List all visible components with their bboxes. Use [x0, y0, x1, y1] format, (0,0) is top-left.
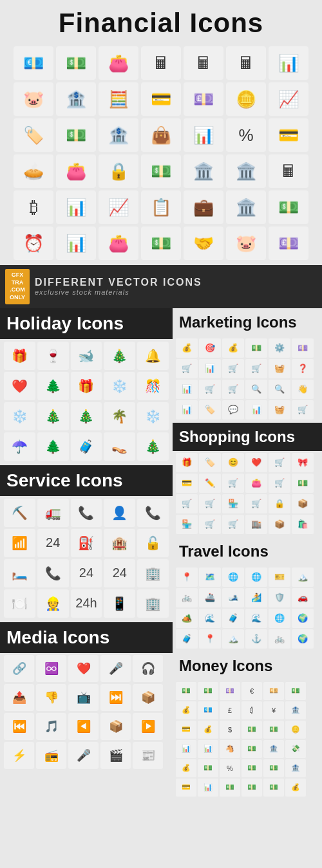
watermark-main-text: DIFFERENT VECTOR ICONS: [35, 277, 202, 288]
money-icon: %: [220, 759, 240, 777]
holiday-icon: 🎊: [137, 372, 169, 400]
marketing-icon: 📊: [245, 400, 267, 420]
holiday-icon: ❄️: [104, 372, 135, 400]
shopping-header: Shopping Icons: [173, 423, 322, 451]
financial-row-6: ⏰ 📊 👛 💵 🤝 🐷 💷: [4, 226, 318, 260]
media-header: Media Icons: [0, 622, 173, 653]
marketing-icon: 🛒: [292, 400, 314, 420]
marketing-icon: 💵: [245, 338, 267, 358]
shopping-icon: 🛒: [199, 515, 221, 534]
fin-icon: 🐷: [226, 226, 266, 260]
fin-icon: 💶: [14, 46, 53, 80]
marketing-icon: 🛒: [222, 359, 244, 378]
fin-icon: 📊: [184, 118, 223, 152]
financial-title: Financial Icons: [5, 8, 317, 39]
holiday-icon: 👡: [104, 432, 135, 461]
travel-icon: 🌐: [245, 568, 267, 587]
marketing-icon: 🛒: [222, 380, 244, 399]
shopping-icon: 🏬: [245, 515, 267, 534]
financial-row-5: ₿ 📊 📈 📋 💼 🏛️ 💵: [4, 190, 318, 224]
holiday-row: ❤️ 🌲 🎁 ❄️ 🎊: [4, 372, 169, 400]
travel-icon: 🌐: [222, 568, 244, 587]
travel-icon: 🏕️: [176, 609, 198, 628]
money-icon: 💰: [176, 759, 196, 777]
financial-row-1: 💶 💵 👛 🖩 🖩 🖩 📊: [4, 46, 318, 80]
fin-icon: 🐷: [14, 82, 53, 116]
media-icon: 👎: [36, 684, 66, 711]
service-icon: 👷: [37, 589, 69, 618]
service-row: ⛏️ 🚛 📞 👤 📞: [4, 499, 169, 527]
marketing-icon: 📊: [199, 359, 221, 378]
money-icon-grid: 💵 💵 💷 € 💴 💵 💰 💶 £ ₿ ¥ 🏦 💳 💰 $ 💵 �: [173, 680, 322, 800]
fin-icon: 🏛️: [226, 154, 266, 188]
shopping-icon: 🛒: [269, 453, 290, 472]
travel-row: 🚲 🚢 🎿 🏄 🛡️ 🚗: [176, 588, 319, 607]
travel-icon: 🎫: [269, 568, 290, 587]
fin-icon: 🖩: [226, 46, 266, 80]
fin-icon: 👛: [99, 46, 138, 80]
money-icon: ₿: [242, 701, 262, 719]
fin-icon: 📈: [99, 190, 138, 224]
holiday-icon: 🌲: [37, 432, 69, 461]
money-icon: 💵: [198, 759, 218, 777]
travel-icon: 🛡️: [269, 588, 290, 607]
fin-icon: 🏷️: [14, 118, 53, 152]
shopping-icon: 💵: [292, 474, 314, 493]
marketing-icon: 🛒: [245, 359, 267, 378]
media-icon: 📦: [100, 713, 131, 740]
service-icon: 24: [37, 529, 69, 557]
money-icon: 💳: [176, 779, 196, 797]
fin-icon: 📋: [141, 190, 181, 224]
fin-icon: 🖩: [141, 46, 181, 80]
service-icon: ⛽: [71, 529, 102, 557]
money-icon: 💵: [263, 779, 284, 797]
shopping-icon: 😊: [222, 453, 244, 472]
fin-icon: 📊: [269, 46, 308, 80]
media-icon: 📻: [36, 742, 66, 769]
marketing-icon: 🏷️: [199, 400, 221, 420]
money-icon: 💵: [285, 682, 306, 700]
fin-icon: 🏦: [99, 118, 138, 152]
shopping-icon: 🏪: [176, 515, 198, 534]
holiday-icon: 🧳: [71, 432, 102, 461]
fin-icon: 👛: [99, 226, 138, 260]
fin-icon: 🏛️: [184, 154, 223, 188]
holiday-icon: 🌲: [37, 372, 69, 400]
media-row: ⚡ 📻 🎤 🎬 📰: [4, 742, 169, 769]
media-icon: ⏭️: [100, 684, 131, 711]
money-icon: 💶: [198, 701, 218, 719]
money-icon: 💵: [242, 759, 262, 777]
shopping-icon-grid: 🎁 🏷️ 😊 ❤️ 🛒 🎀 💳 ✏️ 🛒 👛 🛒 💵 🛒 🛒 🏪 🛒: [173, 451, 322, 537]
holiday-icon: 🎄: [104, 342, 135, 370]
holiday-icon: ❄️: [4, 402, 35, 430]
marketing-row: 🛒 📊 🛒 🛒 🧺 ❓: [176, 359, 319, 378]
bottom-sections: Holiday Icons 🎁 🍷 🐋 🎄 🔔 ❤️ 🌲 🎁 ❄️ 🎊 ❄️ 🎄…: [0, 308, 322, 800]
money-row: 💰 💵 % 💵 💵 🏦: [176, 759, 319, 777]
service-icon: 🛏️: [4, 559, 35, 587]
media-icon: 📰: [133, 742, 163, 769]
money-icon: 📊: [198, 740, 218, 758]
money-icon: 🏦: [263, 740, 284, 758]
fin-icon: 👛: [56, 154, 96, 188]
fin-icon: 📊: [56, 226, 96, 260]
media-icon: ⏮️: [4, 713, 34, 740]
holiday-row: ☂️ 🌲 🧳 👡 🎄: [4, 432, 169, 461]
media-icon: ▶️: [133, 713, 163, 740]
media-row: ⏮️ 🎵 ◀️ 📦 ▶️: [4, 713, 169, 740]
travel-icon: 🧳: [222, 609, 244, 628]
shopping-row: 🎁 🏷️ 😊 ❤️ 🛒 🎀: [176, 453, 319, 472]
fin-icon: 🤝: [184, 226, 223, 260]
money-icon: 💰: [176, 701, 196, 719]
marketing-icon: 💰: [222, 338, 244, 358]
shopping-icon: 🛒: [199, 494, 221, 513]
money-row: 💵 💵 💷 € 💴 💵: [176, 682, 319, 700]
marketing-header: Marketing Icons: [173, 308, 322, 337]
shopping-icon: 💳: [176, 474, 198, 493]
travel-icon: 📍: [176, 568, 198, 587]
marketing-icon-grid: 💰 🎯 💰 💵 ⚙️ 💷 🛒 📊 🛒 🛒 🧺 ❓ 📊 🛒 🛒 🔍: [173, 337, 322, 423]
fin-icon: 🏦: [56, 82, 96, 116]
fin-icon: 💳: [141, 82, 181, 116]
money-row: 💳 💰 $ 💵 💵 🪙: [176, 721, 319, 739]
fin-icon: 🖩: [269, 154, 308, 188]
media-icon: 🎬: [100, 742, 131, 769]
